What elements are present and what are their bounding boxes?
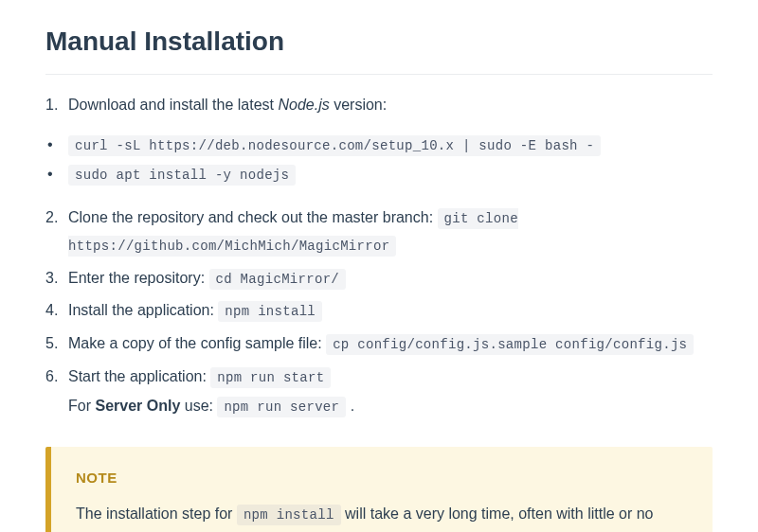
nodejs-emphasis: Node.js	[278, 97, 329, 113]
install-steps-continued: Clone the repository and check out the m…	[45, 204, 713, 420]
step-6-sub-post: .	[346, 398, 354, 414]
apt-install-command: sudo apt install -y nodejs	[68, 165, 296, 186]
npm-install-inline-code: npm install	[237, 505, 341, 525]
command-bullets: curl -sL https://deb.nodesource.com/setu…	[45, 132, 713, 187]
step-6-sub-pre: For	[68, 398, 95, 414]
npm-run-server-command: npm run server	[217, 397, 346, 417]
step-4: Install the application: npm install	[45, 297, 713, 325]
step-1-text-post: version:	[330, 97, 387, 113]
note-callout: NOTE The installation step for npm insta…	[45, 447, 713, 532]
step-4-text: Install the application:	[68, 302, 218, 318]
step-5: Make a copy of the config sample file: c…	[45, 330, 713, 358]
step-2-text: Clone the repository and check out the m…	[68, 209, 438, 225]
note-body: The installation step for npm install wi…	[76, 501, 688, 532]
server-only-strong: Server Only	[95, 398, 180, 414]
step-6-sub-mid: use:	[180, 398, 217, 414]
step-3-text: Enter the repository:	[68, 270, 209, 286]
curl-command: curl -sL https://deb.nodesource.com/setu…	[68, 135, 601, 156]
note-label: NOTE	[76, 466, 688, 490]
step-1: Download and install the latest Node.js …	[45, 92, 713, 119]
step-5-text: Make a copy of the config sample file:	[68, 335, 326, 351]
step-6: Start the application: npm run start For…	[45, 364, 713, 420]
step-2: Clone the repository and check out the m…	[45, 204, 713, 259]
note-text-1: The installation step for	[76, 505, 237, 522]
list-item: curl -sL https://deb.nodesource.com/setu…	[45, 132, 713, 158]
install-steps: Download and install the latest Node.js …	[45, 92, 713, 119]
page-title: Manual Installation	[45, 19, 713, 75]
npm-run-start-command: npm run start	[210, 367, 331, 388]
cd-command: cd MagicMirror/	[209, 269, 347, 290]
step-6-text: Start the application:	[68, 368, 210, 384]
list-item: sudo apt install -y nodejs	[45, 161, 713, 187]
step-3: Enter the repository: cd MagicMirror/	[45, 265, 713, 293]
step-6-subline: For Server Only use: npm run server .	[68, 393, 713, 420]
npm-install-command: npm install	[218, 301, 322, 322]
step-1-text-pre: Download and install the latest	[68, 97, 278, 113]
cp-config-command: cp config/config.js.sample config/config…	[326, 334, 694, 355]
